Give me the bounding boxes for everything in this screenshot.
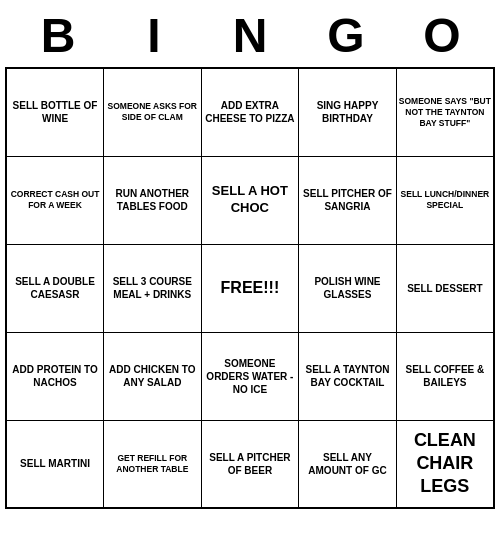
cell-r2-c1: SELL 3 COURSE MEAL + DRINKS: [104, 244, 202, 332]
cell-r0-c0: SELL BOTTLE OF WINE: [6, 68, 104, 156]
cell-r1-c1: RUN ANOTHER TABLES FOOD: [104, 156, 202, 244]
cell-r3-c0: ADD PROTEIN TO NACHOS: [6, 332, 104, 420]
letter-n: N: [202, 8, 298, 63]
cell-r4-c2: SELL A PITCHER OF BEER: [201, 420, 299, 508]
letter-i: I: [106, 8, 202, 63]
cell-r1-c0: CORRECT CASH OUT FOR A WEEK: [6, 156, 104, 244]
letter-b: B: [10, 8, 106, 63]
cell-r3-c2: SOMEONE ORDERS WATER - NO ICE: [201, 332, 299, 420]
cell-r0-c4: SOMEONE SAYS "BUT NOT THE TAYNTON BAY ST…: [396, 68, 494, 156]
cell-r1-c2: SELL A HOT CHOC: [201, 156, 299, 244]
cell-r3-c3: SELL A TAYNTON BAY COCKTAIL: [299, 332, 397, 420]
letter-g: G: [298, 8, 394, 63]
cell-r2-c0: SELL A DOUBLE CAESASR: [6, 244, 104, 332]
cell-r4-c3: SELL ANY AMOUNT OF GC: [299, 420, 397, 508]
bingo-title: B I N G O: [0, 0, 500, 67]
cell-r0-c1: SOMEONE ASKS FOR SIDE OF CLAM: [104, 68, 202, 156]
cell-r0-c2: ADD EXTRA CHEESE TO PIZZA: [201, 68, 299, 156]
cell-r2-c3: POLISH WINE GLASSES: [299, 244, 397, 332]
cell-r4-c1: GET REFILL FOR ANOTHER TABLE: [104, 420, 202, 508]
cell-r1-c4: SELL LUNCH/DINNER SPECIAL: [396, 156, 494, 244]
cell-r4-c0: SELL MARTINI: [6, 420, 104, 508]
cell-r4-c4: CLEAN CHAIR LEGS: [396, 420, 494, 508]
cell-r2-c4: SELL DESSERT: [396, 244, 494, 332]
bingo-grid: SELL BOTTLE OF WINESOMEONE ASKS FOR SIDE…: [5, 67, 495, 509]
cell-r2-c2: FREE!!!: [201, 244, 299, 332]
cell-r3-c4: SELL COFFEE & BAILEYS: [396, 332, 494, 420]
cell-r1-c3: SELL PITCHER OF SANGRIA: [299, 156, 397, 244]
cell-r0-c3: SING HAPPY BIRTHDAY: [299, 68, 397, 156]
cell-r3-c1: ADD CHICKEN TO ANY SALAD: [104, 332, 202, 420]
letter-o: O: [394, 8, 490, 63]
